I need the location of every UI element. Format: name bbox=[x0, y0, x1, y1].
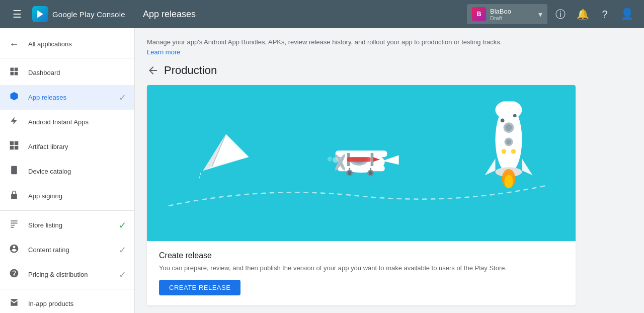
avatar-button[interactable]: 👤 bbox=[618, 5, 636, 23]
main-inner: Manage your app's Android App Bundles, A… bbox=[135, 28, 588, 313]
bell-icon: 🔔 bbox=[577, 8, 589, 20]
svg-rect-1 bbox=[11, 68, 14, 71]
page-title: App releases bbox=[143, 9, 467, 20]
rocket-illustration bbox=[476, 102, 541, 194]
sidebar-label-android-instant-apps: Android Instant Apps bbox=[28, 118, 126, 126]
svg-point-42 bbox=[506, 139, 511, 144]
topbar-right: B BlaBoo Draft ▾ ⓘ 🔔 ? 👤 bbox=[467, 4, 636, 24]
avatar-icon: 👤 bbox=[620, 8, 634, 21]
create-release-description: You can prepare, review, and then publis… bbox=[159, 264, 564, 272]
sidebar-label-content-rating: Content rating bbox=[28, 246, 111, 254]
svg-marker-45 bbox=[485, 159, 495, 175]
learn-more-link[interactable]: Learn more bbox=[147, 48, 180, 56]
section-header: Production bbox=[147, 64, 576, 77]
sidebar-divider bbox=[0, 58, 134, 58]
chevron-down-icon: ▾ bbox=[538, 10, 542, 19]
sidebar-item-in-app-products[interactable]: In-app products bbox=[0, 291, 134, 313]
hero-card: Create release You can prepare, review, … bbox=[147, 85, 576, 305]
app-info: BlaBoo Draft bbox=[490, 8, 534, 21]
app-status: Draft bbox=[490, 15, 534, 21]
play-logo-icon bbox=[32, 6, 48, 22]
create-release-title: Create release bbox=[159, 251, 564, 260]
svg-rect-3 bbox=[11, 72, 14, 75]
svg-point-43 bbox=[502, 149, 506, 153]
brand-logo: Google Play Console bbox=[32, 6, 125, 22]
sidebar-divider-3 bbox=[0, 289, 134, 289]
sidebar-label-in-app-products: In-app products bbox=[28, 300, 126, 307]
svg-marker-0 bbox=[37, 11, 43, 18]
content-rating-check-icon: ✓ bbox=[119, 245, 126, 256]
help-button[interactable]: ? bbox=[596, 5, 614, 23]
dashboard-icon bbox=[8, 66, 20, 79]
sidebar-label-app-releases: App releases bbox=[28, 94, 111, 101]
svg-rect-27 bbox=[347, 157, 371, 162]
svg-point-11 bbox=[10, 269, 19, 278]
app-releases-check-icon: ✓ bbox=[119, 92, 126, 103]
hamburger-button[interactable]: ☰ bbox=[8, 5, 26, 23]
sidebar-label-pricing-distribution: Pricing & distribution bbox=[28, 271, 111, 278]
back-arrow-icon: ← bbox=[8, 38, 20, 50]
main-content: Manage your app's Android App Bundles, A… bbox=[135, 28, 644, 313]
create-release-button[interactable]: CREATE RELEASE bbox=[159, 280, 240, 295]
app-icon: B bbox=[472, 7, 486, 21]
biplane-illustration bbox=[321, 127, 401, 199]
info-button[interactable]: ⓘ bbox=[551, 5, 570, 23]
sidebar-item-store-listing[interactable]: Store listing ✓ bbox=[0, 213, 134, 238]
sidebar-item-app-releases[interactable]: App releases ✓ bbox=[0, 85, 134, 110]
sidebar: ← All applications Dashboard App release… bbox=[0, 28, 135, 313]
svg-point-50 bbox=[501, 119, 505, 123]
app-selector[interactable]: B BlaBoo Draft ▾ bbox=[467, 4, 547, 24]
sidebar-label-store-listing: Store listing bbox=[28, 221, 111, 229]
sidebar-item-android-instant-apps[interactable]: Android Instant Apps bbox=[0, 110, 134, 134]
topbar-left: ☰ Google Play Console bbox=[8, 5, 143, 23]
notification-button[interactable]: 🔔 bbox=[574, 5, 592, 23]
sidebar-label-dashboard: Dashboard bbox=[28, 69, 126, 76]
svg-rect-9 bbox=[11, 166, 17, 175]
svg-point-35 bbox=[333, 157, 338, 163]
artifact-icon bbox=[8, 140, 20, 153]
svg-rect-4 bbox=[15, 72, 18, 75]
info-icon: ⓘ bbox=[555, 8, 566, 21]
svg-point-10 bbox=[14, 172, 15, 173]
sidebar-label-app-signing: App signing bbox=[28, 192, 126, 200]
sidebar-label-device-catalog: Device catalog bbox=[28, 168, 126, 175]
svg-point-40 bbox=[505, 124, 512, 131]
svg-rect-2 bbox=[15, 68, 18, 71]
svg-point-44 bbox=[511, 149, 516, 153]
store-listing-icon bbox=[8, 219, 20, 231]
create-release-card: Create release You can prepare, review, … bbox=[147, 241, 576, 305]
hamburger-icon: ☰ bbox=[13, 8, 22, 20]
brand-text: Google Play Console bbox=[52, 10, 125, 19]
sidebar-item-device-catalog[interactable]: Device catalog bbox=[0, 159, 134, 184]
svg-point-49 bbox=[504, 175, 513, 188]
sidebar-item-content-rating[interactable]: Content rating ✓ bbox=[0, 238, 134, 262]
hero-illustration bbox=[147, 85, 576, 241]
sidebar-item-app-signing[interactable]: App signing bbox=[0, 184, 134, 208]
production-title: Production bbox=[164, 64, 217, 77]
svg-rect-7 bbox=[10, 146, 14, 150]
store-listing-check-icon: ✓ bbox=[119, 220, 126, 231]
back-to-releases-button[interactable] bbox=[147, 64, 159, 76]
app-name: BlaBoo bbox=[490, 8, 534, 15]
svg-point-36 bbox=[328, 156, 332, 161]
svg-rect-6 bbox=[15, 141, 19, 145]
device-catalog-icon bbox=[8, 165, 20, 178]
subtitle-text: Manage your app's Android App Bundles, A… bbox=[147, 38, 576, 46]
sidebar-label-all-applications: All applications bbox=[28, 40, 126, 48]
pricing-check-icon: ✓ bbox=[119, 269, 126, 280]
sidebar-label-artifact-library: Artifact library bbox=[28, 143, 126, 150]
svg-rect-8 bbox=[15, 146, 19, 150]
paper-plane-illustration bbox=[198, 129, 254, 181]
sidebar-divider-2 bbox=[0, 210, 134, 211]
instant-apps-icon bbox=[8, 116, 20, 128]
pricing-icon bbox=[8, 268, 20, 281]
sidebar-item-pricing-distribution[interactable]: Pricing & distribution ✓ bbox=[0, 262, 134, 287]
app-signing-icon bbox=[8, 190, 20, 202]
app-releases-icon bbox=[8, 91, 20, 104]
svg-rect-5 bbox=[10, 141, 14, 145]
content-rating-icon bbox=[8, 244, 20, 256]
sidebar-item-artifact-library[interactable]: Artifact library bbox=[0, 134, 134, 159]
sidebar-item-dashboard[interactable]: Dashboard bbox=[0, 60, 134, 85]
svg-point-51 bbox=[513, 114, 517, 118]
sidebar-item-all-applications[interactable]: ← All applications bbox=[0, 32, 134, 56]
